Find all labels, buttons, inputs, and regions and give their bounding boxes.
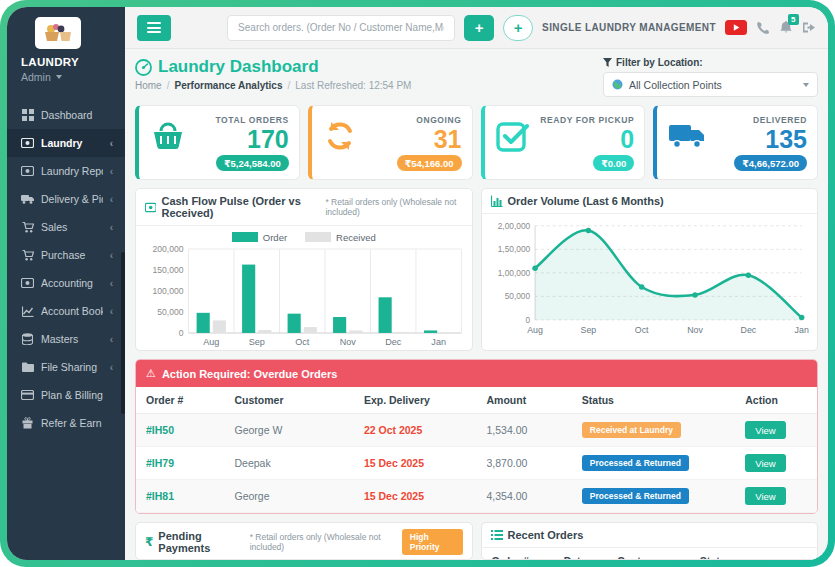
pending-payments-panel: ₹ Pending Payments * Retail orders only … (135, 522, 473, 560)
grid-icon (21, 109, 34, 121)
refresh-icon (322, 119, 358, 171)
menu-toggle-button[interactable] (137, 15, 171, 41)
svg-text:Aug: Aug (203, 337, 219, 347)
quick-add-button[interactable]: + (503, 15, 533, 41)
sidebar-item-sales[interactable]: Sales ‹ (7, 213, 125, 241)
order-id[interactable]: #IH81 (136, 480, 225, 513)
stat-cards: TOTAL ORDERS 170 ₹5,24,584.00 ONGOING 31… (135, 105, 818, 180)
customer-name: Deepak (225, 447, 354, 480)
stat-card-ready-for-pickup[interactable]: READY FOR PICKUP 0 ₹0.00 (481, 105, 646, 180)
sidebar-item-accounting[interactable]: Accounting ‹ (7, 269, 125, 297)
order-id[interactable]: #IH50 (136, 414, 225, 447)
bottom-row: ₹ Pending Payments * Retail orders only … (135, 522, 818, 560)
stat-label: ONGOING (416, 115, 461, 125)
sidebar: LAUNDRY Admin Dashboard Laundry ‹ Laundr… (7, 7, 125, 560)
globe-icon (612, 79, 623, 90)
brand-block: LAUNDRY Admin (7, 7, 125, 91)
folder-icon (21, 361, 34, 373)
expected-delivery: 15 Dec 2025 (354, 447, 477, 480)
chart-legend: Order Received (142, 228, 466, 243)
sidebar-item-delivery-pickup[interactable]: Delivery & Pickup ‹ (7, 185, 125, 213)
panel-title: Order Volume (Last 6 Months) (508, 195, 664, 207)
sign-out-icon[interactable] (802, 21, 816, 34)
bell-icon[interactable]: 5 (779, 20, 793, 35)
line-chart-icon (21, 305, 34, 317)
svg-text:Sep: Sep (249, 337, 265, 347)
amount: 4,354.00 (476, 480, 571, 513)
legend-swatch-received (305, 232, 331, 242)
dashboard-content: Laundry Dashboard Home / Performance Ana… (125, 49, 828, 560)
status-badge: Processed & Returned (582, 455, 689, 471)
sidebar-item-file-sharing[interactable]: File Sharing ‹ (7, 353, 125, 381)
cart-icon (21, 221, 34, 233)
list-icon (491, 530, 503, 540)
check-icon (495, 119, 531, 171)
sidebar-item-dashboard[interactable]: Dashboard (7, 101, 125, 129)
basket-icon (149, 119, 187, 171)
svg-text:0: 0 (179, 328, 184, 338)
sidebar-item-refer-earn[interactable]: Refer & Earn (7, 409, 125, 437)
customer-name: George W (225, 414, 354, 447)
cash-flow-panel: Cash Flow Pulse (Order vs Received) * Re… (135, 188, 473, 351)
svg-text:Oct: Oct (295, 337, 310, 347)
truck-icon (21, 193, 34, 205)
stat-amount-badge: ₹4,66,572.00 (734, 155, 807, 171)
sidebar-scrollbar[interactable] (121, 252, 125, 414)
svg-text:Dec: Dec (385, 337, 402, 347)
location-select[interactable]: All Collection Points (603, 72, 818, 97)
stat-card-delivered[interactable]: DELIVERED 135 ₹4,66,572.00 (653, 105, 818, 180)
admin-menu[interactable]: Admin (21, 71, 125, 83)
panel-title: Cash Flow Pulse (Order vs Received) (161, 195, 320, 219)
search-input[interactable] (227, 15, 455, 41)
overdue-header: ⚠ Action Required: Overdue Orders (136, 360, 817, 387)
stat-card-ongoing[interactable]: ONGOING 31 ₹54,166.00 (308, 105, 473, 180)
stat-amount-badge: ₹0.00 (593, 155, 634, 171)
svg-text:Nov: Nov (340, 337, 357, 347)
order-id[interactable]: #IH79 (136, 447, 225, 480)
sidebar-item-masters[interactable]: Masters ‹ (7, 325, 125, 353)
stat-label: TOTAL ORDERS (215, 115, 288, 125)
panel-title: Pending Payments (158, 530, 244, 554)
svg-text:0: 0 (525, 315, 530, 325)
sidebar-item-laundry-reports[interactable]: Laundry Reports ‹ (7, 157, 125, 185)
phone-icon[interactable] (756, 21, 770, 35)
topbar: + + SINGLE LAUNDRY MANAGEMENT 5 (125, 7, 828, 49)
svg-text:Jan: Jan (794, 325, 808, 335)
charts-row: Cash Flow Pulse (Order vs Received) * Re… (135, 188, 818, 351)
customer-name: George (225, 480, 354, 513)
svg-text:Dec: Dec (740, 325, 756, 335)
sidebar-item-account-books[interactable]: Account Books ‹ (7, 297, 125, 325)
order-volume-line-chart[interactable]: 050,0001,00,0001,50,0002,00,000AugSepOct… (488, 216, 812, 336)
cash-flow-bar-chart[interactable]: 050,000100,000150,000200,000AugSepOctNov… (142, 243, 466, 348)
gift-icon (21, 417, 34, 429)
sidebar-item-purchase[interactable]: Purchase ‹ (7, 241, 125, 269)
table-row: #IH81 George 15 Dec 2025 4,354.00 Proces… (136, 480, 817, 513)
stat-label: READY FOR PICKUP (540, 115, 634, 125)
add-order-button[interactable]: + (464, 15, 494, 41)
dashboard-icon (135, 59, 152, 76)
youtube-icon[interactable] (725, 20, 747, 35)
svg-text:Aug: Aug (527, 325, 543, 335)
filter-icon (603, 58, 612, 67)
overdue-orders-panel: ⚠ Action Required: Overdue Orders Order … (135, 359, 818, 514)
svg-text:Sep: Sep (580, 325, 596, 335)
breadcrumb-home[interactable]: Home (135, 80, 162, 91)
bar-chart-icon (491, 195, 503, 207)
stat-amount-badge: ₹5,24,584.00 (216, 155, 289, 171)
app-frame: LAUNDRY Admin Dashboard Laundry ‹ Laundr… (0, 0, 835, 567)
cash-icon (145, 202, 156, 213)
warning-icon: ⚠ (146, 367, 156, 380)
stat-card-total-orders[interactable]: TOTAL ORDERS 170 ₹5,24,584.00 (135, 105, 300, 180)
svg-text:50,000: 50,000 (504, 292, 530, 302)
view-button[interactable]: View (745, 421, 785, 439)
svg-text:100,000: 100,000 (152, 286, 183, 296)
page-title: Laundry Dashboard (135, 57, 411, 77)
svg-text:150,000: 150,000 (152, 265, 183, 275)
sidebar-item-laundry[interactable]: Laundry ‹ (7, 129, 125, 157)
sidebar-item-plan-billing[interactable]: Plan & Billing (7, 381, 125, 409)
view-button[interactable]: View (745, 454, 785, 472)
stat-value: 135 (765, 126, 807, 152)
brand-name: LAUNDRY (21, 56, 125, 68)
view-button[interactable]: View (745, 487, 785, 505)
sidebar-nav: Dashboard Laundry ‹ Laundry Reports ‹ De… (7, 101, 125, 437)
